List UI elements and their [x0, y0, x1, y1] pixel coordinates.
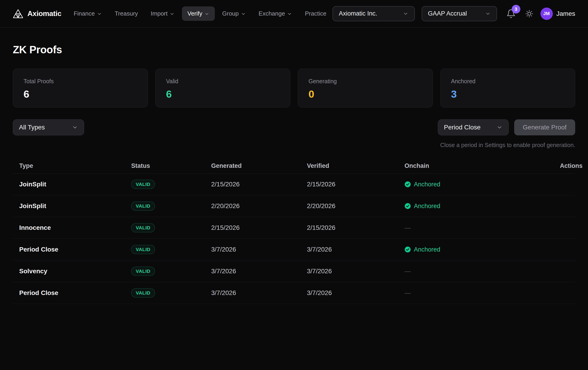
onchain-status: —	[404, 224, 411, 231]
onchain-cell: Anchored	[404, 181, 560, 188]
nav-item-finance[interactable]: Finance	[68, 6, 107, 21]
check-circle-icon	[404, 181, 411, 187]
stat-card-total-proofs: Total Proofs 6	[13, 69, 148, 108]
status-badge: VALID	[131, 223, 155, 232]
stat-value: 6	[23, 88, 137, 100]
status-badge: VALID	[131, 180, 155, 189]
chevron-down-icon	[204, 11, 209, 16]
column-header-onchain: Onchain	[404, 162, 560, 169]
table-row: Solvency VALID 3/7/2026 3/7/2026 —	[13, 261, 575, 282]
proofs-table: Type Status Generated Verified Onchain A…	[13, 158, 575, 304]
chevron-down-icon	[485, 11, 491, 16]
page-title: ZK Proofs	[13, 44, 575, 56]
proof-type-select[interactable]: Period Close	[438, 119, 509, 135]
stat-label: Anchored	[451, 78, 565, 85]
onchain-status: —	[404, 268, 411, 275]
check-circle-icon	[404, 203, 411, 209]
onchain-status: Anchored	[414, 203, 440, 210]
column-header-verified: Verified	[307, 162, 404, 169]
helper-text: Close a period in Settings to enable pro…	[13, 142, 575, 148]
nav-item-treasury[interactable]: Treasury	[109, 6, 144, 21]
stat-cards: Total Proofs 6 Valid 6 Generating 0 Anch…	[13, 69, 575, 108]
chevron-down-icon	[169, 11, 175, 16]
toolbar: All Types Period Close Generate Proof	[13, 119, 575, 135]
verified-date-cell: 2/15/2026	[307, 224, 404, 231]
chevron-down-icon	[241, 11, 246, 16]
status-badge: VALID	[131, 288, 155, 297]
stat-card-valid: Valid 6	[155, 69, 290, 108]
generated-date-cell: 2/15/2026	[211, 224, 307, 231]
theme-toggle-button[interactable]	[525, 9, 534, 18]
main-content: ZK Proofs Total Proofs 6 Valid 6 Generat…	[0, 44, 588, 304]
onchain-cell: Anchored	[404, 203, 560, 210]
chevron-down-icon	[97, 11, 102, 16]
nav-item-group[interactable]: Group	[217, 6, 251, 21]
chevron-down-icon	[497, 124, 503, 130]
type-filter-select[interactable]: All Types	[13, 119, 84, 135]
onchain-cell: —	[404, 224, 560, 231]
notifications-button[interactable]: 3	[504, 8, 518, 20]
onchain-status: —	[404, 290, 411, 297]
table-row: JoinSplit VALID 2/20/2026 2/20/2026 Anch…	[13, 195, 575, 217]
stat-label: Generating	[308, 78, 422, 85]
verified-date-cell: 3/7/2026	[307, 268, 404, 275]
axiomatic-logo-icon	[13, 9, 23, 19]
proof-type-cell: Innocence	[19, 224, 131, 231]
status-badge: VALID	[131, 267, 155, 276]
stat-label: Total Proofs	[23, 78, 137, 85]
column-header-status: Status	[131, 162, 211, 169]
table-row: Period Close VALID 3/7/2026 3/7/2026 Anc…	[13, 239, 575, 261]
proof-type-cell: Period Close	[19, 246, 131, 253]
generated-date-cell: 3/7/2026	[211, 289, 307, 297]
nav-item-import[interactable]: Import	[145, 6, 180, 21]
accounting-basis-select[interactable]: GAAP Accrual	[422, 6, 497, 21]
column-header-type: Type	[19, 162, 131, 169]
avatar: JM	[540, 8, 553, 20]
stat-value: 0	[308, 88, 422, 100]
status-badge: VALID	[131, 201, 155, 211]
proof-type-cell: Period Close	[19, 289, 131, 297]
onchain-cell: —	[404, 268, 560, 275]
onchain-cell: —	[404, 290, 560, 297]
verified-date-cell: 2/15/2026	[307, 181, 404, 188]
proof-type-cell: JoinSplit	[19, 202, 131, 210]
top-nav: Axiomatic Finance Treasury Import Verify…	[0, 0, 588, 27]
notification-badge: 3	[512, 5, 520, 13]
table-header: Type Status Generated Verified Onchain A…	[13, 158, 575, 174]
nav-item-exchange[interactable]: Exchange	[253, 6, 298, 21]
nav-item-verify[interactable]: Verify	[182, 6, 215, 21]
onchain-cell: Anchored	[404, 246, 560, 253]
generated-date-cell: 3/7/2026	[211, 268, 307, 275]
nav-item-practice[interactable]: Practice	[299, 6, 332, 21]
check-circle-icon	[404, 246, 411, 253]
user-menu[interactable]: JM James	[540, 8, 575, 20]
generate-proof-button[interactable]: Generate Proof	[514, 119, 575, 135]
stat-card-generating: Generating 0	[298, 69, 433, 108]
table-row: JoinSplit VALID 2/15/2026 2/15/2026 Anch…	[13, 174, 575, 195]
brand[interactable]: Axiomatic	[13, 9, 61, 19]
generated-date-cell: 2/20/2026	[211, 202, 307, 210]
column-header-generated: Generated	[211, 162, 307, 169]
stat-label: Valid	[166, 78, 280, 85]
onchain-status: Anchored	[414, 246, 440, 253]
onchain-status: Anchored	[414, 181, 440, 188]
entity-select-value: Axiomatic Inc.	[339, 10, 377, 17]
table-row: Period Close VALID 3/7/2026 3/7/2026 —	[13, 282, 575, 304]
chevron-down-icon	[287, 11, 292, 16]
basis-select-value: GAAP Accrual	[428, 10, 467, 17]
brand-name: Axiomatic	[27, 9, 61, 18]
entity-select[interactable]: Axiomatic Inc.	[333, 6, 415, 21]
stat-card-anchored: Anchored 3	[440, 69, 576, 108]
user-name: James	[556, 10, 575, 17]
column-header-actions: Actions	[560, 162, 583, 169]
stat-value: 6	[166, 88, 280, 100]
chevron-down-icon	[72, 124, 78, 130]
main-menu: Finance Treasury Import Verify Group Exc…	[68, 6, 332, 21]
verified-date-cell: 3/7/2026	[307, 289, 404, 297]
verified-date-cell: 2/20/2026	[307, 202, 404, 210]
generated-date-cell: 3/7/2026	[211, 246, 307, 253]
status-badge: VALID	[131, 245, 155, 254]
table-row: Innocence VALID 2/15/2026 2/15/2026 —	[13, 217, 575, 239]
stat-value: 3	[451, 88, 565, 100]
proof-type-cell: JoinSplit	[19, 181, 131, 188]
